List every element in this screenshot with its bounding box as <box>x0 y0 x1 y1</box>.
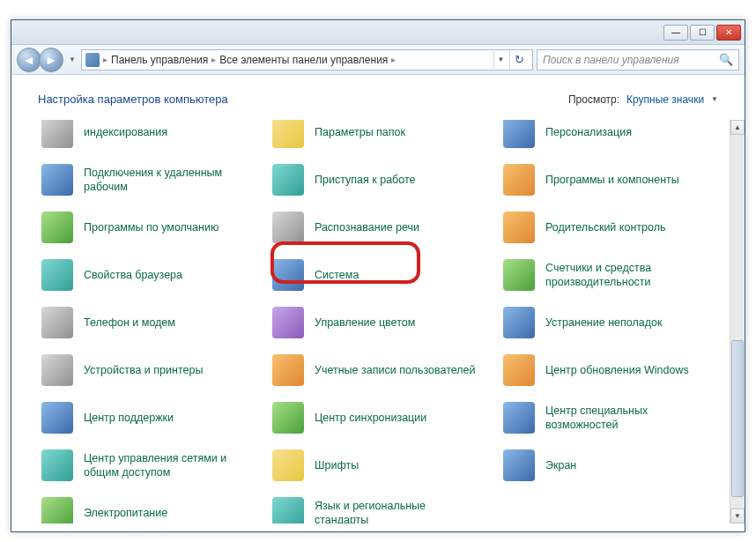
view-value: Крупные значки <box>626 93 704 106</box>
control-panel-item-remote-connections[interactable]: Подключения к удаленным рабочим <box>36 159 255 201</box>
nav-arrows: ◄ ► <box>17 48 63 72</box>
item-label: индексирования <box>84 125 167 139</box>
control-panel-item-ease-of-access[interactable]: Центр специальных возможностей <box>498 397 716 439</box>
control-panel-item-sync-center[interactable]: Центр синхронизации <box>267 397 485 439</box>
control-panel-item-default-programs[interactable]: Программы по умолчанию <box>36 206 255 249</box>
programs-features-icon <box>503 164 535 196</box>
control-panel-item-getting-started[interactable]: Приступая к работе <box>267 159 485 201</box>
parental-controls-icon <box>503 212 535 243</box>
breadcrumb-seg-1[interactable]: Панель управления <box>111 54 208 66</box>
control-panel-item-devices-printers[interactable]: Устройства и принтеры <box>36 349 255 391</box>
item-label: Центр поддержки <box>84 411 174 425</box>
navbar: ◄ ► ▼ ▸ Панель управления ▸ Все элементы… <box>11 45 745 75</box>
control-panel-item-power-options[interactable]: Электропитание <box>36 492 255 523</box>
minimize-button[interactable]: — <box>663 25 688 41</box>
control-panel-item-personalization[interactable]: Персонализация <box>498 120 716 153</box>
forward-button[interactable]: ► <box>39 48 63 72</box>
item-label: Счетчики и средства производительности <box>545 261 711 290</box>
control-panel-item-internet-options[interactable]: Свойства браузера <box>36 254 255 296</box>
control-panel-item-action-center[interactable]: Центр поддержки <box>36 397 255 439</box>
display-icon <box>503 449 535 481</box>
control-panel-item-display[interactable]: Экран <box>498 444 716 486</box>
speech-recognition-icon <box>272 212 304 243</box>
control-panel-item-user-accounts[interactable]: Учетные записи пользователей <box>267 349 485 391</box>
nav-history-dropdown[interactable]: ▼ <box>67 50 78 70</box>
item-label: Центр специальных возможностей <box>545 404 711 433</box>
remote-connections-icon <box>41 164 73 196</box>
window: — ☐ ✕ ◄ ► ▼ ▸ Панель управления ▸ Все эл… <box>11 19 745 532</box>
item-label: Персонализация <box>545 125 632 139</box>
breadcrumb-seg-2[interactable]: Все элементы панели управления <box>219 54 388 66</box>
back-button[interactable]: ◄ <box>17 48 41 72</box>
view-control[interactable]: Просмотр: Крупные значки ▼ <box>568 93 718 106</box>
address-bar[interactable]: ▸ Панель управления ▸ Все элементы панел… <box>81 49 533 71</box>
refresh-button[interactable]: ↻ <box>509 50 529 70</box>
view-label: Просмотр: <box>568 93 619 106</box>
item-label: Система <box>315 268 359 282</box>
control-panel-item-fonts[interactable]: Шрифты <box>267 444 485 486</box>
control-panel-item-color-management[interactable]: Управление цветом <box>267 301 485 344</box>
windows-update-icon <box>503 354 535 386</box>
vertical-scrollbar[interactable]: ▲ ▼ <box>730 120 745 523</box>
color-management-icon <box>272 307 304 338</box>
item-label: Экран <box>545 458 576 472</box>
item-label: Шрифты <box>315 458 359 472</box>
control-panel-item-parental-controls[interactable]: Родительский контроль <box>498 206 716 249</box>
item-label: Устранение неполадок <box>545 316 662 330</box>
scroll-thumb[interactable] <box>731 340 744 497</box>
control-panel-item-programs-features[interactable]: Программы и компоненты <box>498 159 716 201</box>
control-panel-item-folder-options[interactable]: Параметры папок <box>267 120 485 153</box>
item-label: Свойства браузера <box>84 268 182 282</box>
breadcrumb-sep: ▸ <box>103 55 107 64</box>
item-label: Подключения к удаленным рабочим <box>84 166 249 195</box>
item-label: Центр управления сетями и общим доступом <box>84 451 249 480</box>
control-panel-item-performance[interactable]: Счетчики и средства производительности <box>498 254 716 296</box>
item-label: Программы по умолчанию <box>84 220 219 234</box>
item-label: Устройства и принтеры <box>84 363 203 377</box>
sync-center-icon <box>272 402 304 434</box>
action-center-icon <box>41 402 73 434</box>
control-panel-item-speech-recognition[interactable]: Распознавание речи <box>267 206 485 249</box>
address-dropdown[interactable]: ▼ <box>493 51 508 69</box>
control-panel-item-troubleshooting[interactable]: Устранение неполадок <box>498 301 716 344</box>
region-language-icon <box>272 497 304 523</box>
item-label: Приступая к работе <box>315 173 415 187</box>
control-panel-item-phone-modem[interactable]: Телефон и модем <box>36 301 255 344</box>
maximize-button[interactable]: ☐ <box>690 25 715 41</box>
network-sharing-icon <box>41 449 73 481</box>
scroll-track[interactable] <box>730 135 745 509</box>
item-label: Центр синхронизации <box>315 411 426 425</box>
close-button[interactable]: ✕ <box>716 25 741 41</box>
search-input[interactable]: Поиск в панели управления 🔍 <box>537 49 739 71</box>
ease-of-access-icon <box>503 402 535 434</box>
control-panel-item-region-language[interactable]: Язык и региональные стандарты <box>267 492 485 523</box>
item-label: Центр обновления Windows <box>545 363 689 377</box>
item-label: Распознавание речи <box>315 220 419 234</box>
phone-modem-icon <box>41 307 73 338</box>
scroll-down-button[interactable]: ▼ <box>730 509 745 523</box>
item-label: Родительский контроль <box>545 220 665 234</box>
control-panel-item-network-sharing[interactable]: Центр управления сетями и общим доступом <box>36 444 255 486</box>
scroll-up-button[interactable]: ▲ <box>730 120 745 135</box>
control-panel-item-indexing[interactable]: индексирования <box>36 120 255 153</box>
item-label: Программы и компоненты <box>545 173 679 187</box>
item-label: Телефон и модем <box>84 316 175 330</box>
control-panel-icon <box>85 53 100 67</box>
page-title: Настройка параметров компьютера <box>38 93 228 106</box>
control-panel-item-system[interactable]: Система <box>267 254 485 296</box>
chevron-down-icon: ▼ <box>711 95 718 103</box>
indexing-icon <box>41 120 73 148</box>
search-icon: 🔍 <box>719 53 733 66</box>
devices-printers-icon <box>41 354 73 386</box>
system-icon <box>272 259 304 291</box>
personalization-icon <box>503 120 535 148</box>
items-grid: индексированияПараметры папокПерсонализа… <box>11 120 732 523</box>
control-panel-item-windows-update[interactable]: Центр обновления Windows <box>498 349 716 391</box>
fonts-icon <box>272 449 304 481</box>
item-label: Электропитание <box>84 506 167 520</box>
breadcrumb-sep: ▸ <box>211 55 216 64</box>
items-viewport: индексированияПараметры папокПерсонализа… <box>11 120 745 523</box>
main-panel: Настройка параметров компьютера Просмотр… <box>11 75 745 531</box>
header-row: Настройка параметров компьютера Просмотр… <box>11 75 745 120</box>
item-label: Язык и региональные стандарты <box>315 499 480 523</box>
